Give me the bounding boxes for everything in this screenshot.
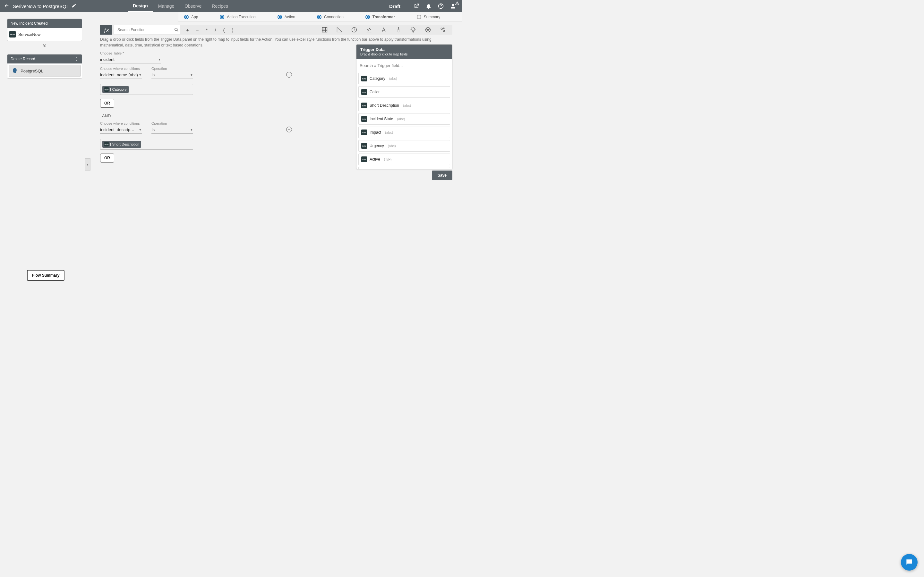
user-icon[interactable]	[450, 3, 456, 9]
where-label-2: Choose where conditions	[100, 121, 142, 125]
svg-point-10	[443, 30, 445, 32]
fx-icon[interactable]: ƒx	[100, 25, 112, 35]
cond2-value-input[interactable]: now|Short Description	[100, 139, 193, 150]
warning-badge-icon	[455, 1, 459, 5]
search-icon[interactable]	[172, 25, 180, 34]
tab-recipes[interactable]: Recipes	[207, 0, 233, 12]
chevron-down-icon	[7, 43, 82, 49]
svg-point-7	[412, 27, 415, 31]
open-external-icon[interactable]	[413, 3, 420, 9]
svg-point-9	[441, 28, 443, 29]
trigger-item-category[interactable]: nowCategory(abc)	[359, 73, 450, 84]
op-label-2: Operation	[152, 121, 193, 125]
tab-design[interactable]: Design	[128, 0, 153, 12]
collapse-left-pane[interactable]: ‹	[85, 158, 90, 171]
chip-short-description[interactable]: now|Short Description	[102, 141, 141, 148]
where-label-1: Choose where conditions	[100, 67, 142, 71]
cond2-field-select[interactable]: incident_description (…▼	[100, 126, 142, 134]
trigger-item-short-description[interactable]: nowShort Description(abc)	[359, 100, 450, 111]
op-divide[interactable]: /	[215, 27, 216, 33]
trigger-data-panel: Trigger Data Drag & drop or click to map…	[356, 44, 452, 169]
svg-rect-5	[398, 29, 399, 32]
step-app[interactable]: App	[184, 15, 198, 19]
svg-rect-3	[322, 27, 327, 32]
table-label: Choose Table *	[100, 51, 331, 55]
save-button[interactable]: Save	[432, 171, 452, 180]
tab-manage[interactable]: Manage	[153, 0, 180, 12]
op-paren-open[interactable]: (	[223, 27, 225, 33]
remove-cond2-icon[interactable]: −	[286, 127, 292, 132]
edit-title-icon[interactable]	[71, 3, 76, 9]
or-button-2[interactable]: OR	[100, 153, 114, 163]
palette-icon[interactable]	[425, 27, 431, 33]
step-connection[interactable]: Connection	[317, 15, 344, 19]
grid-icon[interactable]	[321, 27, 328, 33]
info-icon[interactable]	[395, 27, 402, 33]
postgresql-icon	[11, 68, 18, 74]
trigger-item-active[interactable]: nowActive(T/F)	[359, 153, 450, 165]
step-action-execution[interactable]: Action Execution	[220, 15, 255, 19]
op-label-1: Operation	[152, 67, 193, 71]
action-node-header: Delete Record ⋮	[7, 55, 82, 63]
function-search-input[interactable]	[114, 25, 172, 34]
left-pane: New Incident Created now ServiceNow Dele…	[0, 12, 89, 288]
cond1-value-input[interactable]: now|Category	[100, 84, 193, 95]
or-button-1[interactable]: OR	[100, 99, 114, 108]
trigger-item-caller[interactable]: nowCaller	[359, 86, 450, 98]
step-transformer[interactable]: Transformer	[365, 15, 395, 19]
flow-title: SeriveNow to PostgreSQL	[13, 3, 69, 9]
trigger-node-body: ServiceNow	[18, 32, 40, 37]
trigger-search-input[interactable]	[359, 61, 449, 70]
right-pane: ‹ App Action Execution Action Connection…	[89, 12, 462, 288]
bell-icon[interactable]	[425, 3, 432, 9]
angle-icon[interactable]	[336, 27, 342, 33]
bulb-icon[interactable]	[410, 27, 417, 33]
trigger-field-list: nowCategory(abc) nowCaller nowShort Desc…	[357, 73, 452, 169]
step-action[interactable]: Action	[278, 15, 295, 19]
trigger-item-impact[interactable]: nowImpact(abc)	[359, 127, 450, 138]
function-bar: ƒx + − * / ( )	[100, 25, 452, 35]
trigger-node-header: New Incident Created	[7, 19, 82, 28]
trigger-item-due-date[interactable]: nowDue Date	[359, 167, 450, 169]
svg-point-6	[398, 27, 399, 29]
cond1-op-select[interactable]: Is▼	[152, 71, 193, 79]
flow-summary-button[interactable]: Flow Summary	[27, 270, 65, 281]
remove-cond1-icon[interactable]: −	[286, 72, 292, 77]
tab-observe[interactable]: Observe	[179, 0, 207, 12]
step-summary[interactable]: Summary	[417, 15, 440, 19]
and-label: AND	[102, 113, 331, 118]
trigger-item-urgency[interactable]: nowUrgency(abc)	[359, 140, 450, 152]
trigger-panel-title: Trigger Data	[360, 47, 448, 52]
op-multiply[interactable]: *	[206, 27, 208, 33]
servicenow-icon: now	[9, 31, 16, 37]
trigger-item-incident-state[interactable]: nowIncident State(abc)	[359, 113, 450, 125]
status-label: Draft	[389, 3, 401, 9]
action-node-card[interactable]: Delete Record ⋮ PostgreSQL	[7, 54, 82, 79]
step-bar: App Action Execution Action Connection T…	[178, 12, 462, 22]
cond2-op-select[interactable]: Is▼	[152, 126, 193, 134]
kebab-menu-icon[interactable]: ⋮	[75, 57, 79, 61]
chart-icon[interactable]	[366, 27, 372, 33]
svg-point-2	[174, 28, 177, 31]
action-node-body: PostgreSQL	[21, 69, 43, 73]
svg-point-1	[452, 4, 454, 6]
text-icon[interactable]	[381, 27, 387, 33]
trigger-node-card[interactable]: New Incident Created now ServiceNow	[7, 19, 82, 41]
form-area: Choose Table * incident▼ Choose where co…	[100, 51, 331, 163]
back-arrow-icon[interactable]	[4, 3, 10, 10]
op-plus[interactable]: +	[186, 27, 189, 33]
trigger-panel-subtitle: Drag & drop or click to map fields	[360, 53, 448, 56]
chip-category[interactable]: now|Category	[102, 86, 129, 93]
clock-icon[interactable]	[351, 27, 357, 33]
nav-tabs: Design Manage Observe Recipes	[128, 0, 233, 12]
top-header: SeriveNow to PostgreSQL Design Manage Ob…	[0, 0, 462, 12]
op-paren-close[interactable]: )	[232, 27, 234, 33]
help-icon[interactable]	[438, 3, 444, 9]
op-minus[interactable]: −	[196, 27, 199, 33]
cond1-field-select[interactable]: incident_name (abc)▼	[100, 71, 142, 79]
svg-point-11	[443, 27, 444, 29]
table-select[interactable]: incident▼	[100, 56, 161, 63]
gears-icon[interactable]	[439, 27, 446, 33]
